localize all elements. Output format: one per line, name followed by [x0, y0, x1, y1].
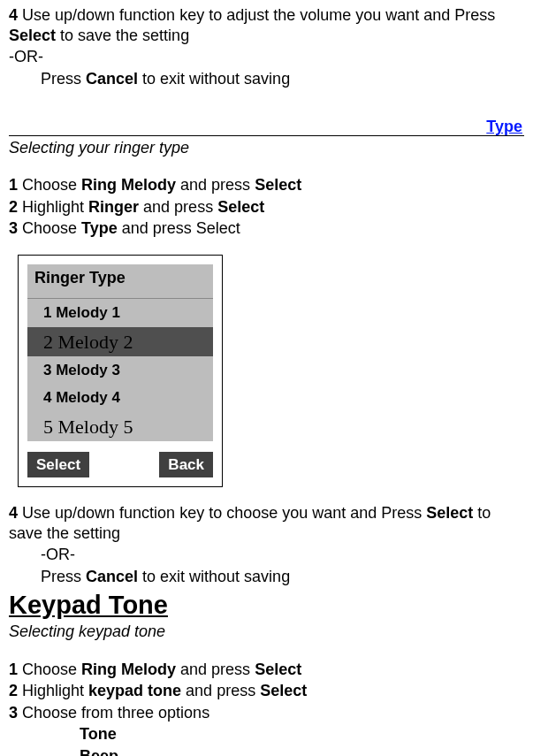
text: Choose	[18, 661, 81, 678]
or-line: -OR-	[9, 47, 524, 67]
step-number: 1	[9, 661, 18, 678]
melody-option-selected[interactable]: 2 Melody 2	[27, 327, 213, 357]
section-heading-keypad: Keypad Tone	[9, 592, 524, 620]
section-divider-type: Type	[9, 118, 524, 136]
text: Use up/down function key to choose you w…	[18, 504, 426, 522]
keypad-option-beep: Beep	[9, 746, 524, 756]
softkey-row: Select Back	[27, 452, 213, 477]
text: Press	[41, 568, 86, 585]
melody-option[interactable]: 4 Melody 4	[27, 384, 213, 411]
screen-title: Ringer Type	[27, 264, 213, 300]
text: Highlight	[18, 682, 88, 699]
keypad-step1: 1 Choose Ring Melody and press Select	[9, 660, 524, 680]
step-number: 2	[9, 682, 18, 699]
step-number: 4	[9, 6, 18, 24]
type-step4: 4 Use up/down function key to choose you…	[9, 503, 524, 543]
cancel-word: Cancel	[86, 568, 138, 585]
step-number: 3	[9, 219, 18, 237]
text: and press	[181, 682, 260, 699]
phone-screen: Ringer Type 1 Melody 1 2 Melody 2 3 Melo…	[27, 264, 213, 441]
ring-melody-word: Ring Melody	[81, 661, 176, 678]
text: Highlight	[18, 198, 88, 216]
select-word: Select	[255, 176, 301, 194]
select-word: Select	[217, 198, 264, 216]
step-number: 3	[9, 704, 18, 722]
text: and press	[176, 661, 255, 678]
type-step3: 3 Choose Type and press Select	[9, 218, 524, 239]
cancel-line: Press Cancel to exit without saving	[9, 69, 524, 89]
text: Press	[41, 70, 86, 88]
keypad-step2: 2 Highlight keypad tone and press Select	[9, 681, 524, 701]
select-word: Select	[426, 504, 473, 522]
cancel-line: Press Cancel to exit without saving	[9, 567, 524, 587]
text: and press	[139, 198, 217, 216]
type-step1: 1 Choose Ring Melody and press Select	[9, 175, 524, 195]
keypad-step3: 3 Choose from three options	[9, 703, 524, 723]
section-title-type: Type	[486, 118, 522, 135]
volume-step4: 4 Use up/down function key to adjust the…	[9, 5, 524, 45]
text: and press	[176, 176, 255, 194]
or-text: -OR-	[9, 48, 43, 65]
step-number: 1	[9, 176, 18, 194]
step-number: 2	[9, 198, 18, 216]
text: to exit without saving	[138, 70, 290, 88]
type-word: Type	[81, 219, 118, 237]
select-word: Select	[260, 682, 307, 699]
text: Choose from three options	[18, 704, 209, 722]
keypad-tone-word: keypad tone	[88, 682, 181, 699]
melody-option[interactable]: 5 Melody 5	[27, 412, 213, 442]
phone-mock: Ringer Type 1 Melody 1 2 Melody 2 3 Melo…	[18, 255, 223, 488]
type-subtitle: Selecting your ringer type	[9, 138, 524, 158]
melody-option[interactable]: 3 Melody 3	[27, 356, 213, 384]
softkey-select[interactable]: Select	[27, 452, 89, 477]
melody-option[interactable]: 1 Melody 1	[27, 299, 213, 326]
text: Choose	[18, 219, 81, 237]
ring-melody-word: Ring Melody	[81, 176, 176, 194]
keypad-subtitle: Selecting keypad tone	[9, 622, 524, 642]
select-word: Select	[255, 661, 301, 678]
cancel-word: Cancel	[86, 70, 138, 88]
keypad-option-tone: Tone	[9, 724, 524, 745]
select-word: Select	[9, 27, 56, 44]
softkey-back[interactable]: Back	[159, 452, 213, 477]
text: and press Select	[118, 219, 240, 237]
ringer-word: Ringer	[88, 198, 139, 216]
text: to save the setting	[56, 27, 189, 44]
text: to exit without saving	[138, 568, 290, 585]
step-number: 4	[9, 504, 18, 522]
or-text: -OR-	[41, 546, 75, 563]
text: Use up/down function key to adjust the v…	[18, 6, 495, 24]
type-step2: 2 Highlight Ringer and press Select	[9, 197, 524, 218]
text: Choose	[18, 176, 81, 194]
or-line: -OR-	[9, 545, 524, 565]
